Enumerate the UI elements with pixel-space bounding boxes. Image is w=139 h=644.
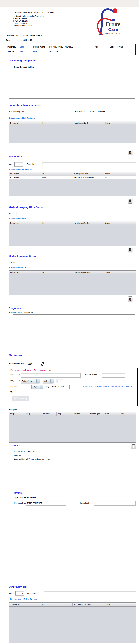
os-table-body[interactable] xyxy=(10,607,136,643)
gender-label: Gender xyxy=(110,46,118,48)
consultant-input[interactable] xyxy=(94,501,136,506)
trash-icon: ↻ xyxy=(129,199,132,202)
os-qty-input[interactable] xyxy=(15,591,24,596)
plus-circle-icon: + xyxy=(14,397,17,400)
procedures-input[interactable] xyxy=(42,162,136,166)
column-header: Drug ID xyxy=(9,412,25,416)
advice-textarea[interactable]: Tooth 14 Dam, build up UD0, toxavit, tem… xyxy=(12,453,136,488)
xray-table-body[interactable] xyxy=(9,274,136,295)
company-name: Future Care by Future Holdings (Pty) Lim… xyxy=(13,11,54,13)
column-header: Department xyxy=(10,602,41,606)
referrals-subtitle: Select the needed Refferal xyxy=(14,496,36,498)
prescription-id-label: Prescription ID : xyxy=(9,363,24,365)
procedures-table-body[interactable] xyxy=(9,179,136,196)
lab-input-label: Lab Investingation : xyxy=(9,110,26,113)
way-frequency-dropdown[interactable]: OD ▼ xyxy=(43,379,54,384)
diagnosis-title: Diagnosis xyxy=(9,307,21,310)
uss-clear-button[interactable]: ↻ xyxy=(128,247,132,252)
chevron-down-icon: ▼ xyxy=(36,379,40,383)
drug-input[interactable] xyxy=(21,373,81,378)
lab-table-header: Department ID Investigation/Service Stat… xyxy=(9,121,136,125)
referrals-listbox[interactable] xyxy=(9,507,136,577)
advice-title: Advice xyxy=(12,444,20,447)
cell-status: Ok xyxy=(104,176,136,179)
column-header: Status xyxy=(104,602,136,606)
company-name-by: by xyxy=(24,12,26,13)
consultation-page: Future Care by Future Holdings (Pty) Lim… xyxy=(0,0,139,644)
company-number: Company No.8417652-2 xyxy=(13,25,33,27)
duration-input[interactable] xyxy=(21,385,30,389)
patient-name-label: Patient Name xyxy=(33,46,47,48)
column-header: Investigation/Service xyxy=(72,172,104,176)
svg-text:↻: ↻ xyxy=(130,152,131,153)
column-header: Status xyxy=(104,172,136,176)
column-header: Status xyxy=(104,221,136,225)
visit-id-value: 16922 xyxy=(20,50,25,52)
lab-investigation-input[interactable] xyxy=(32,110,66,114)
add-drug-button[interactable]: + Add Drug xyxy=(12,396,30,401)
cell-service: DENTAL-BUILD-UP FOR ROOT CA... xyxy=(72,176,104,179)
referring-doctor-input[interactable] xyxy=(26,501,66,506)
duration-unit-dropdown[interactable]: Day/s ▼ xyxy=(32,384,43,389)
xray-recommended-link: Recommended X-Rays xyxy=(9,266,30,269)
complaints-textarea[interactable] xyxy=(9,69,136,98)
trash-outline-icon xyxy=(132,444,135,448)
other-services-title: Other Services xyxy=(9,586,26,588)
per-meal-label: Drugs/Tablets per meal : xyxy=(45,386,65,388)
duration-unit-value: Day/s xyxy=(32,385,40,389)
uss-input-label: USS : xyxy=(9,213,14,215)
cell-department: Procedures xyxy=(9,176,41,179)
company-address: Le Chainter,Victoria,Mahe,Seychelles xyxy=(13,15,44,17)
xray-clear-button[interactable]: ↻ xyxy=(128,296,132,302)
patient-id-value: 8599 xyxy=(20,46,24,48)
duration-label: Duration : xyxy=(10,386,18,388)
uss-title: Medical Imaging Ultra Sound xyxy=(9,206,44,209)
procedures-clear-button[interactable]: ↻ xyxy=(128,198,132,204)
prescription-refresh-button[interactable] xyxy=(40,362,45,366)
procedures-input-label: Procedures : xyxy=(27,163,38,165)
svg-text:↻: ↻ xyxy=(130,200,131,202)
xray-input[interactable] xyxy=(19,261,136,265)
xray-title: Medical Imaging X-Ray xyxy=(9,254,36,258)
column-header: ID xyxy=(41,602,72,606)
way-qty-input[interactable] xyxy=(56,379,63,383)
consulted-by-line: Consulted By:Dr. TAZIO TOURNIER xyxy=(6,34,42,36)
visit-date-label: Date xyxy=(33,50,47,52)
special-notes-input[interactable] xyxy=(102,373,125,378)
procedures-qty-input[interactable] xyxy=(14,162,23,166)
patient-info-box: Patient ID:8599 Patient Name:RICHARD MAR… xyxy=(3,44,136,55)
column-header: Note xyxy=(104,412,120,416)
drug-list-table-body[interactable] xyxy=(9,416,136,443)
table-row[interactable]: Procedures 1549 DENTAL-BUILD-UP FOR ROOT… xyxy=(9,176,136,179)
procedures-recommended-link: Recommended Procedures xyxy=(9,168,34,170)
company-name-primary: Future Care xyxy=(13,11,24,13)
svg-text:↻: ↻ xyxy=(130,249,131,250)
lab-clear-button[interactable]: ↻ xyxy=(128,150,132,155)
add-drug-label: Add Drug xyxy=(18,397,27,400)
uss-table-body[interactable] xyxy=(9,225,136,246)
column-header: Qty xyxy=(120,412,136,416)
procedures-qty-label: Qty : xyxy=(9,163,13,165)
per-meal-input[interactable] xyxy=(70,385,78,389)
diagnosis-textarea[interactable] xyxy=(12,314,136,348)
svg-text:Care: Care xyxy=(108,27,118,32)
prescription-id-input[interactable] xyxy=(26,362,39,366)
svg-text:↻: ↻ xyxy=(130,298,131,300)
lab-table-body[interactable] xyxy=(9,125,136,143)
column-header: Drug xyxy=(25,412,41,416)
uss-input[interactable] xyxy=(16,212,136,216)
os-input[interactable] xyxy=(44,591,136,596)
age-value: 47 xyxy=(101,46,104,48)
svg-text:Future: Future xyxy=(106,21,120,27)
trash-icon: ↻ xyxy=(129,297,132,301)
column-header: ID xyxy=(41,172,72,176)
drug-list-table-header: Drug ID Drug Fequency Way Duration Durat… xyxy=(9,412,136,416)
advice-clear-button[interactable] xyxy=(131,443,136,449)
complaints-label: Enter Complaints Here xyxy=(14,66,34,68)
column-header: ID xyxy=(41,270,72,274)
add-drug-panel: Please select the Drug from Drug suggess… xyxy=(6,368,138,406)
uss-table-header: Department ID Investigation/Service Stat… xyxy=(9,221,136,225)
procedures-table: Department ID Investigation/Service Stat… xyxy=(9,172,136,196)
way-meal-dropdown[interactable]: Before Meal ▼ xyxy=(21,379,40,384)
drug-list-table: Drug ID Drug Fequency Way Duration Durat… xyxy=(9,412,136,442)
